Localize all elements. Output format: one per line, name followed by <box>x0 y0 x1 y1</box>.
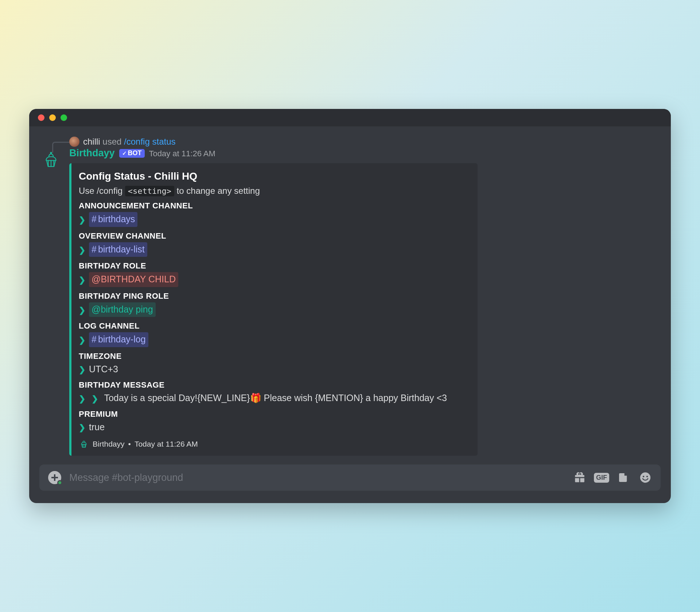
composer-area: GIF <box>29 464 671 503</box>
footer-cupcake-icon <box>79 439 89 449</box>
arrow-icon <box>79 421 85 434</box>
arrow-icon <box>79 394 85 403</box>
gift-icon <box>573 471 586 484</box>
footer-time: Today at 11:26 AM <box>135 440 198 448</box>
arrow-icon <box>79 334 85 346</box>
channel-messages: chilli used /config status Birthdayy BOT <box>29 126 671 465</box>
field-announcement-channel: ANNOUNCEMENT CHANNEL #birthdays <box>79 201 468 227</box>
arrow-icon <box>79 214 85 226</box>
gift-button[interactable] <box>573 471 586 484</box>
sticker-icon <box>618 472 629 483</box>
channel-mention[interactable]: #birthday-log <box>89 332 148 347</box>
field-birthday-role: BIRTHDAY ROLE @BIRTHDAY CHILD <box>79 261 468 287</box>
app-window: chilli used /config status Birthdayy BOT <box>29 109 671 503</box>
titlebar <box>29 109 671 126</box>
gif-icon: GIF <box>594 473 609 483</box>
channel-mention[interactable]: #birthdays <box>89 212 137 227</box>
window-minimize-button[interactable] <box>49 114 56 121</box>
field-overview-channel: OVERVIEW CHANNEL #birthday-list <box>79 231 468 257</box>
bot-badge: BOT <box>119 149 145 158</box>
emoji-button[interactable] <box>639 471 652 484</box>
embed-description: Use /config <setting> to change any sett… <box>79 186 468 196</box>
message-input[interactable] <box>69 472 565 483</box>
reply-command[interactable]: /config status <box>124 137 175 147</box>
field-timezone: TIMEZONE UTC+3 <box>79 352 468 376</box>
svg-point-4 <box>643 476 644 477</box>
embed-card: Config Status - Chilli HQ Use /config <s… <box>69 163 478 456</box>
sticker-button[interactable] <box>617 471 630 484</box>
timezone-value: UTC+3 <box>89 362 118 376</box>
reply-action: used <box>100 137 124 147</box>
reply-avatar <box>69 137 79 147</box>
window-close-button[interactable] <box>38 114 44 121</box>
embed-footer: Birthdayy • Today at 11:26 AM <box>79 439 468 449</box>
field-birthday-message: BIRTHDAY MESSAGE Today is a special Day!… <box>79 380 468 405</box>
footer-sep: • <box>128 440 131 448</box>
message-body: Birthdayy BOT Today at 11:26 AM Config S… <box>69 148 661 456</box>
reply-username: chilli <box>83 137 100 147</box>
svg-point-1 <box>621 478 622 479</box>
nitro-dot-icon <box>57 480 62 485</box>
arrow-icon <box>79 244 85 256</box>
svg-point-0 <box>51 152 52 153</box>
role-mention[interactable]: @birthday ping <box>89 302 156 317</box>
premium-value: true <box>89 420 105 434</box>
window-zoom-button[interactable] <box>61 114 67 121</box>
reply-spine <box>52 142 69 153</box>
cupcake-icon <box>42 151 60 169</box>
arrow-icon <box>79 364 85 376</box>
svg-point-3 <box>640 472 650 483</box>
message-composer: GIF <box>39 464 661 491</box>
arrow-icon <box>79 274 85 286</box>
field-birthday-ping-role: BIRTHDAY PING ROLE @birthday ping <box>79 291 468 317</box>
channel-mention[interactable]: #birthday-list <box>89 242 147 257</box>
reply-context[interactable]: chilli used /config status <box>69 137 661 147</box>
composer-actions: GIF <box>573 471 652 484</box>
message-header: Birthdayy BOT Today at 11:26 AM <box>69 148 661 159</box>
role-mention[interactable]: @BIRTHDAY CHILD <box>89 272 178 287</box>
svg-point-2 <box>624 478 625 479</box>
field-log-channel: LOG CHANNEL #birthday-log <box>79 321 468 347</box>
author-name[interactable]: Birthdayy <box>69 148 115 159</box>
attach-button[interactable] <box>48 471 61 484</box>
embed-title: Config Status - Chilli HQ <box>79 170 468 182</box>
field-premium: PREMIUM true <box>79 409 468 434</box>
message-row: Birthdayy BOT Today at 11:26 AM Config S… <box>39 148 661 456</box>
svg-point-5 <box>646 476 648 477</box>
arrow-icon <box>79 304 85 316</box>
message-timestamp: Today at 11:26 AM <box>149 149 215 158</box>
birthday-message-value: Today is a special Day!{NEW_LINE}🎁 Pleas… <box>104 393 447 403</box>
code-setting: <setting> <box>125 186 174 196</box>
footer-name: Birthdayy <box>93 440 125 448</box>
emoji-icon <box>639 471 652 484</box>
arrow-icon <box>92 394 98 403</box>
gif-button[interactable]: GIF <box>595 471 608 484</box>
